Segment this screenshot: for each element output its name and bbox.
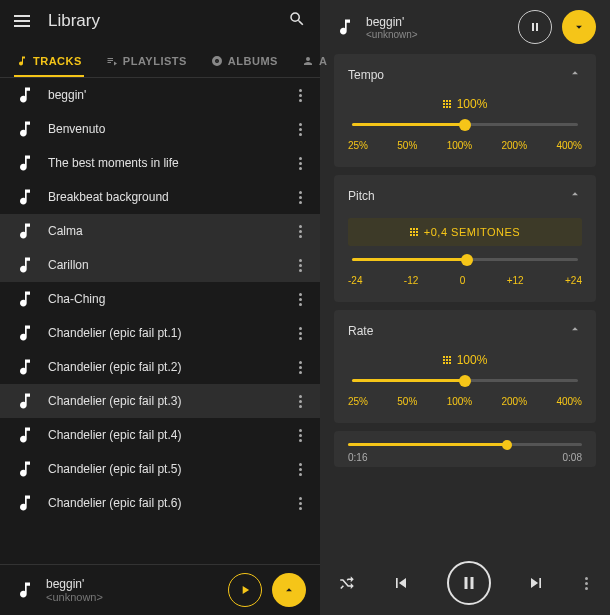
more-icon[interactable] [295, 425, 306, 446]
chevron-up-icon[interactable] [568, 66, 582, 83]
next-button[interactable] [526, 573, 546, 593]
track-title: Chandelier (epic fail pt.1) [48, 326, 283, 340]
more-icon[interactable] [295, 221, 306, 242]
play-button[interactable] [228, 573, 262, 607]
track-title: Benvenuto [48, 122, 283, 136]
rate-slider[interactable] [352, 379, 578, 382]
track-row[interactable]: beggin' [0, 78, 320, 112]
track-title: Breakbeat background [48, 190, 283, 204]
more-icon[interactable] [295, 391, 306, 412]
track-row[interactable]: Calma [0, 214, 320, 248]
pitch-slider[interactable] [352, 258, 578, 261]
tempo-slider[interactable] [352, 123, 578, 126]
music-note-icon [14, 84, 36, 106]
more-icon[interactable] [295, 255, 306, 276]
main-pause-button[interactable] [447, 561, 491, 605]
music-note-icon [14, 288, 36, 310]
rate-value[interactable]: 100% [348, 353, 582, 367]
more-icon[interactable] [295, 323, 306, 344]
player-track-title: beggin' [366, 15, 508, 29]
track-row[interactable]: Chandelier (epic fail pt.6) [0, 486, 320, 520]
time-elapsed: 0:16 [348, 452, 367, 463]
music-note-icon [14, 458, 36, 480]
more-icon[interactable] [295, 119, 306, 140]
player-header: beggin' <unknown> [320, 0, 610, 54]
music-note-icon [334, 16, 356, 38]
tab-playlists[interactable]: PLAYLISTS [104, 49, 189, 77]
tempo-ticks: 25%50%100%200%400% [348, 140, 582, 151]
music-note-icon [14, 118, 36, 140]
more-icon[interactable] [295, 459, 306, 480]
more-icon[interactable] [295, 85, 306, 106]
more-icon[interactable] [581, 573, 592, 594]
pause-button[interactable] [518, 10, 552, 44]
track-title: Cha-Ching [48, 292, 283, 306]
more-icon[interactable] [295, 357, 306, 378]
track-title: The best moments in life [48, 156, 283, 170]
progress-slider[interactable] [348, 443, 582, 446]
music-note-icon [14, 220, 36, 242]
track-row[interactable]: Breakbeat background [0, 180, 320, 214]
track-title: Calma [48, 224, 283, 238]
more-icon[interactable] [295, 289, 306, 310]
music-note-icon [14, 152, 36, 174]
track-row[interactable]: Chandelier (epic fail pt.1) [0, 316, 320, 350]
page-title: Library [48, 11, 270, 31]
progress-panel: 0:16 0:08 [334, 431, 596, 467]
track-row[interactable]: Cha-Ching [0, 282, 320, 316]
track-row[interactable]: Chandelier (epic fail pt.2) [0, 350, 320, 384]
search-icon[interactable] [288, 10, 306, 31]
pitch-title: Pitch [348, 189, 375, 203]
track-row[interactable]: Chandelier (epic fail pt.3) [0, 384, 320, 418]
chevron-up-icon[interactable] [568, 187, 582, 204]
music-note-icon [14, 390, 36, 412]
rate-title: Rate [348, 324, 373, 338]
tempo-value[interactable]: 100% [348, 97, 582, 111]
tempo-title: Tempo [348, 68, 384, 82]
menu-icon[interactable] [14, 15, 30, 27]
nowplaying-bar: beggin' <unknown> [0, 564, 320, 615]
shuffle-button[interactable] [338, 574, 356, 592]
music-note-icon [14, 322, 36, 344]
tab-albums[interactable]: ALBUMS [209, 49, 280, 77]
time-total: 0:08 [563, 452, 582, 463]
rate-ticks: 25%50%100%200%400% [348, 396, 582, 407]
nowplaying-artist: <unknown> [46, 591, 218, 603]
rate-panel: Rate 100% 25%50%100%200%400% [334, 310, 596, 423]
tempo-panel: Tempo 100% 25%50%100%200%400% [334, 54, 596, 167]
music-note-icon [14, 424, 36, 446]
chevron-up-icon[interactable] [568, 322, 582, 339]
music-note-icon [14, 356, 36, 378]
more-icon[interactable] [295, 153, 306, 174]
track-row[interactable]: Benvenuto [0, 112, 320, 146]
track-title: beggin' [48, 88, 283, 102]
tab-a[interactable]: A [300, 49, 329, 77]
track-row[interactable]: The best moments in life [0, 146, 320, 180]
collapse-button[interactable] [562, 10, 596, 44]
nowplaying-title: beggin' [46, 577, 218, 591]
music-note-icon [14, 254, 36, 276]
playback-controls [320, 551, 610, 615]
tab-tracks[interactable]: TRACKS [14, 49, 84, 77]
more-icon[interactable] [295, 187, 306, 208]
library-header: Library [0, 0, 320, 41]
music-note-icon [14, 492, 36, 514]
pitch-ticks: -24-120+12+24 [348, 275, 582, 286]
player-track-artist: <unknown> [366, 29, 508, 40]
track-title: Carillon [48, 258, 283, 272]
track-title: Chandelier (epic fail pt.5) [48, 462, 283, 476]
pitch-value[interactable]: +0,4 SEMITONES [348, 218, 582, 246]
track-row[interactable]: Chandelier (epic fail pt.5) [0, 452, 320, 486]
track-row[interactable]: Carillon [0, 248, 320, 282]
music-note-icon [14, 579, 36, 601]
track-title: Chandelier (epic fail pt.2) [48, 360, 283, 374]
track-title: Chandelier (epic fail pt.3) [48, 394, 283, 408]
prev-button[interactable] [391, 573, 411, 593]
library-tabs: TRACKSPLAYLISTSALBUMSA [0, 41, 320, 78]
track-title: Chandelier (epic fail pt.6) [48, 496, 283, 510]
track-row[interactable]: Chandelier (epic fail pt.4) [0, 418, 320, 452]
expand-button[interactable] [272, 573, 306, 607]
more-icon[interactable] [295, 493, 306, 514]
track-list: beggin' Benvenuto The best moments in li… [0, 78, 320, 564]
track-title: Chandelier (epic fail pt.4) [48, 428, 283, 442]
